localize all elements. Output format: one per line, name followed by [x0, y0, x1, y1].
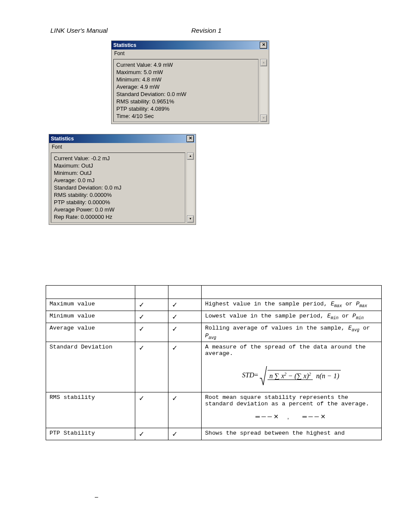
table-row: RMS stability ✓ ✓ Root mean square stabi…: [46, 392, 382, 428]
scroll-track[interactable]: [187, 160, 194, 215]
cell-desc: Lowest value in the sample period, Emin …: [202, 311, 382, 323]
cell-desc: Root mean square stability represents th…: [202, 392, 382, 428]
cell-desc-text: A measure of the spread of the data arou…: [205, 344, 366, 357]
stat-line: Average: 0.0 mJ: [54, 177, 182, 184]
checkmark-icon: ✓: [135, 311, 168, 323]
cell-name: Standard Deviation: [46, 342, 135, 392]
cell-name: Average value: [46, 323, 135, 342]
stat-line: Maximum: 5.0 mW: [116, 68, 255, 76]
stat-line: Minimum: OutJ: [54, 169, 182, 177]
scrollbar-2[interactable]: ▲ ▼: [187, 152, 194, 223]
cell-desc-text: Root mean square stability represents th…: [205, 394, 369, 407]
triangle-down-icon: ▼: [189, 217, 192, 220]
sqrt-icon: [260, 365, 268, 386]
cell-desc: Shows the spread between the highest and: [202, 428, 382, 440]
checkmark-icon: ✓: [135, 342, 168, 392]
stat-line: RMS stability: 0.9651%: [116, 98, 255, 105]
close-button-1[interactable]: ✕: [260, 42, 267, 49]
scroll-track[interactable]: [260, 66, 267, 115]
th-desc: [202, 286, 382, 299]
cell-desc: Rolling average of values in the sample,…: [202, 323, 382, 342]
checkmark-icon: ✓: [135, 299, 168, 311]
checkmark-icon: ✓: [135, 323, 168, 342]
cell-name: Minimum value: [46, 311, 135, 323]
stat-line: Average Power: 0.0 mW: [54, 206, 182, 213]
checkmark-icon: ✓: [135, 428, 168, 440]
cell-name: Maximum value: [46, 299, 135, 311]
rms-formula-row: ═──✕ , ═──✕: [205, 407, 378, 426]
menubar-2[interactable]: Font: [49, 143, 196, 151]
cell-desc: Highest value in the sample period, Emax…: [202, 299, 382, 311]
cell-name: PTP Stability: [46, 428, 135, 440]
header-left: LINK User's Manual: [50, 27, 108, 34]
titlebar-2-title: Statistics: [51, 134, 74, 143]
stat-line: PTP stability: 4.089%: [116, 105, 255, 112]
stat-line: Time: 4/10 Sec: [116, 112, 255, 120]
close-button-2[interactable]: ✕: [187, 135, 194, 142]
table-row: Average value ✓ ✓ Rolling average of val…: [46, 323, 382, 342]
titlebar-2: Statistics ✕: [49, 134, 196, 143]
triangle-up-icon: ▲: [262, 61, 265, 64]
th-col1: [135, 286, 168, 299]
stat-line: Current Value: -0.2 mJ: [54, 155, 182, 162]
panel2-content: Current Value: -0.2 mJ Maximum: OutJ Min…: [51, 152, 185, 223]
table-row: Maximum value ✓ ✓ Highest value in the s…: [46, 299, 382, 311]
header-center: Revision 1: [191, 27, 221, 34]
stat-line: PTP stability: 0.0000%: [54, 199, 182, 206]
close-icon: ✕: [189, 136, 192, 140]
stat-line: Average: 4.9 mW: [116, 83, 255, 90]
stat-line: Standard Deviation: 0.0 mJ: [54, 184, 182, 191]
checkmark-icon: ✓: [168, 299, 202, 311]
stat-line: Maximum: OutJ: [54, 162, 182, 169]
checkmark-icon: ✓: [168, 323, 202, 342]
checkmark-icon: ✓: [168, 392, 202, 428]
statistics-doc-table: Maximum value ✓ ✓ Highest value in the s…: [46, 285, 382, 440]
th-name: [46, 286, 135, 299]
triangle-up-icon: ▲: [189, 154, 192, 157]
triangle-down-icon: ▼: [262, 116, 265, 119]
checkmark-icon: ✓: [168, 311, 202, 323]
scroll-up-button[interactable]: ▲: [187, 152, 194, 160]
close-icon: ✕: [262, 42, 265, 47]
scroll-up-button[interactable]: ▲: [260, 59, 267, 66]
checkmark-icon: ✓: [168, 428, 202, 440]
scroll-down-button[interactable]: ▼: [260, 115, 267, 122]
th-col2: [168, 286, 202, 299]
stat-line: Rep Rate: 0.000000 Hz: [54, 213, 182, 221]
cell-desc: A measure of the spread of the data arou…: [202, 342, 382, 392]
panel1-content: Current Value: 4.9 mW Maximum: 5.0 mW Mi…: [113, 59, 258, 122]
table-row: PTP Stability ✓ ✓ Shows the spread betwe…: [46, 428, 382, 440]
statistics-panel-1: Statistics ✕ Font Current Value: 4.9 mW …: [111, 40, 269, 124]
std-formula: STD= n ∑ x2 − (∑ x)2 n(n − 1): [205, 357, 378, 390]
table-row: Standard Deviation ✓ ✓ A measure of the …: [46, 342, 382, 392]
stat-line: RMS stability: 0.0000%: [54, 191, 182, 199]
scrollbar-1[interactable]: ▲ ▼: [260, 59, 267, 122]
stat-line: Standard Deviation: 0.0 mW: [116, 90, 255, 98]
statistics-panel-2: Statistics ✕ Font Current Value: -0.2 mJ…: [49, 134, 196, 225]
stat-line: Current Value: 4.9 mW: [116, 61, 255, 68]
checkmark-icon: ✓: [135, 392, 168, 428]
titlebar-1: Statistics ✕: [112, 41, 269, 50]
stat-line: Minimum: 4.8 mW: [116, 76, 255, 83]
table-row: Minimum value ✓ ✓ Lowest value in the sa…: [46, 311, 382, 323]
cell-name: RMS stability: [46, 392, 135, 428]
titlebar-1-title: Statistics: [113, 41, 136, 50]
footer-dash: –: [95, 493, 98, 500]
menubar-1[interactable]: Font: [112, 50, 269, 57]
checkmark-icon: ✓: [168, 342, 202, 392]
scroll-down-button[interactable]: ▼: [187, 215, 194, 223]
